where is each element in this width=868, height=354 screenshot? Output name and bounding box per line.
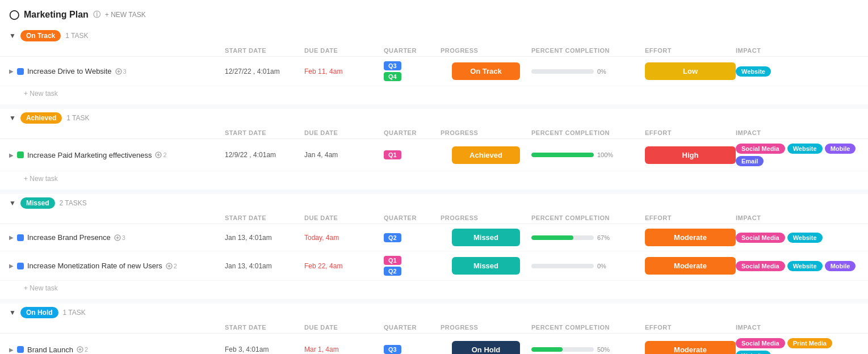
- col-percent: PERCENT COMPLETION: [531, 324, 645, 331]
- section-header-on-track[interactable]: ▼ On Track 1 TASK: [0, 27, 868, 45]
- effort-badge: Low: [645, 62, 736, 80]
- col-impact: IMPACT: [736, 324, 859, 331]
- quarter-badge: Q3: [384, 61, 401, 70]
- col-effort: EFFORT: [645, 129, 736, 136]
- quarter-badge: Q2: [384, 233, 401, 242]
- chevron-icon: ▼: [9, 114, 16, 122]
- chevron-icon: ▼: [9, 32, 16, 40]
- task-title: Increase Monetization Rate of new Users: [27, 262, 162, 270]
- progress-bar: [531, 69, 594, 74]
- col-task: [9, 47, 225, 54]
- impact-cell: Social MediaWebsite: [736, 233, 859, 243]
- effort-cell: Moderate: [645, 229, 736, 246]
- section-header-missed[interactable]: ▼ Missed 2 TASKS: [0, 194, 868, 212]
- column-headers: START DATE DUE DATE QUARTER PROGRESS PER…: [0, 45, 868, 57]
- expand-icon[interactable]: ▶: [9, 347, 14, 353]
- progress-cell: On Track: [441, 62, 531, 80]
- task-title: Brand Launch: [27, 345, 73, 354]
- impact-tag: Website: [736, 351, 771, 354]
- quarter-badge: Q3: [384, 345, 401, 354]
- progress-bar: [531, 264, 594, 268]
- sections-container: ▼ On Track 1 TASK START DATE DUE DATE QU…: [0, 27, 868, 354]
- col-percent: PERCENT COMPLETION: [531, 214, 645, 221]
- new-task-row[interactable]: + New task: [0, 281, 868, 297]
- percent-text: 0%: [597, 263, 606, 269]
- task-title: Increase Brand Presence: [27, 233, 111, 242]
- section-header-on-hold[interactable]: ▼ On Hold 1 TASK: [0, 304, 868, 322]
- task-name: ▶ Increase Drive to Website 3: [9, 67, 225, 75]
- task-name: ▶ Increase Paid Marketing effectiveness …: [9, 151, 225, 159]
- quarter-cell: Q1Q2: [384, 256, 441, 276]
- collapse-icon[interactable]: ◯: [9, 9, 19, 20]
- impact-tag: Mobile: [825, 261, 856, 271]
- table-row: ▶ Increase Monetization Rate of new User…: [0, 251, 868, 281]
- col-progress: PROGRESS: [441, 47, 531, 54]
- column-headers: START DATE DUE DATE QUARTER PROGRESS PER…: [0, 127, 868, 139]
- col-quarter: QUARTER: [384, 129, 441, 136]
- impact-tag: Social Media: [736, 233, 785, 243]
- impact-tag: Social Media: [736, 261, 785, 271]
- progress-badge: Missed: [452, 229, 520, 246]
- task-color-dot: [17, 234, 24, 241]
- progress-badge: On Hold: [452, 341, 520, 355]
- progress-cell: Missed: [441, 229, 531, 246]
- chevron-icon: ▼: [9, 309, 16, 317]
- percent-cell: 0%: [531, 68, 645, 75]
- percent-text: 67%: [597, 234, 610, 241]
- impact-tag: Social Media: [736, 338, 785, 348]
- impact-tag: Email: [736, 156, 764, 166]
- progress-bar: [531, 235, 594, 240]
- progress-bar-fill: [531, 235, 573, 240]
- effort-cell: Moderate: [645, 257, 736, 275]
- column-headers: START DATE DUE DATE QUARTER PROGRESS PER…: [0, 212, 868, 224]
- col-start-date: START DATE: [225, 47, 304, 54]
- new-task-button[interactable]: + NEW TASK: [105, 11, 146, 19]
- progress-cell: On Hold: [441, 341, 531, 355]
- expand-icon[interactable]: ▶: [9, 263, 14, 269]
- progress-badge: On Track: [452, 62, 520, 80]
- subtask-count: 2: [77, 346, 88, 353]
- col-effort: EFFORT: [645, 324, 736, 331]
- expand-icon[interactable]: ▶: [9, 234, 14, 241]
- status-badge-missed: Missed: [20, 197, 55, 209]
- info-icon[interactable]: ⓘ: [93, 10, 100, 20]
- due-date: Feb 22, 4am: [304, 262, 384, 270]
- section-header-achieved[interactable]: ▼ Achieved 1 TASK: [0, 109, 868, 127]
- effort-badge: Moderate: [645, 257, 736, 275]
- impact-cell: Social MediaWebsiteMobile: [736, 261, 859, 271]
- col-effort: EFFORT: [645, 214, 736, 221]
- status-badge-achieved: Achieved: [20, 112, 62, 124]
- progress-bar: [531, 153, 594, 157]
- task-color-dot: [17, 263, 24, 269]
- task-count-achieved: 1 TASK: [66, 114, 89, 122]
- quarter-badge: Q1: [384, 256, 401, 265]
- status-badge-on-hold: On Hold: [20, 307, 58, 318]
- impact-cell: Social MediaWebsiteMobileEmail: [736, 144, 859, 166]
- effort-cell: Moderate: [645, 341, 736, 355]
- impact-tag: Mobile: [825, 144, 856, 154]
- col-quarter: QUARTER: [384, 47, 441, 54]
- section-on-hold: ▼ On Hold 1 TASK START DATE DUE DATE QUA…: [0, 304, 868, 354]
- expand-icon[interactable]: ▶: [9, 68, 14, 74]
- col-due-date: DUE DATE: [304, 47, 384, 54]
- progress-badge: Missed: [452, 257, 520, 275]
- col-task: [9, 129, 225, 136]
- col-task: [9, 214, 225, 221]
- col-effort: EFFORT: [645, 47, 736, 54]
- new-task-row[interactable]: + New task: [0, 86, 868, 102]
- impact-tag: Website: [736, 66, 771, 77]
- new-task-row[interactable]: + New task: [0, 171, 868, 187]
- progress-cell: Missed: [441, 257, 531, 275]
- task-title: Increase Paid Marketing effectiveness: [27, 151, 152, 159]
- effort-badge: High: [645, 146, 736, 164]
- col-impact: IMPACT: [736, 214, 859, 221]
- col-progress: PROGRESS: [441, 129, 531, 136]
- expand-icon[interactable]: ▶: [9, 152, 14, 158]
- col-impact: IMPACT: [736, 47, 859, 54]
- progress-bar-fill: [531, 153, 594, 157]
- due-date: Mar 1, 4am: [304, 345, 384, 353]
- task-color-dot: [17, 68, 24, 75]
- effort-cell: Low: [645, 62, 736, 80]
- quarter-cell: Q3Q4: [384, 61, 441, 81]
- subtask-count: 2: [166, 263, 177, 269]
